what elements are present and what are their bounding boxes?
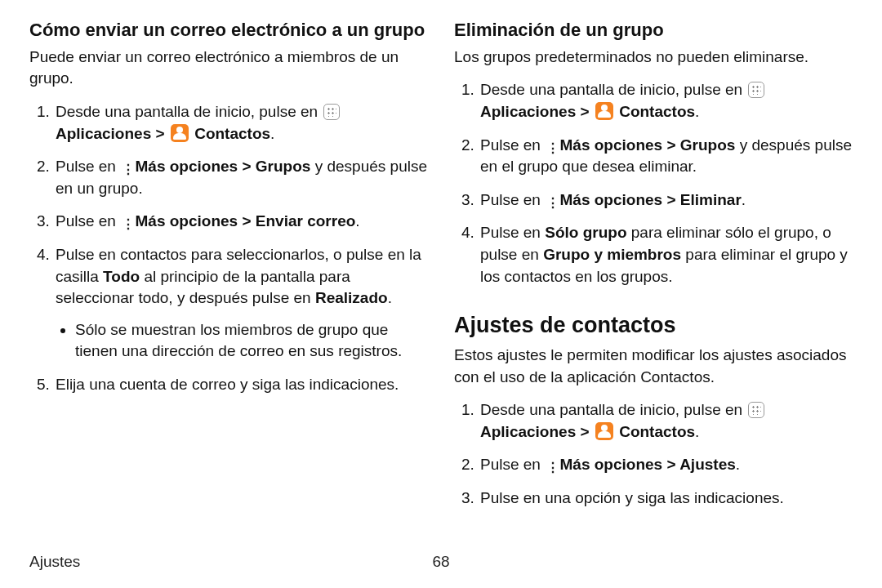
more-options-label: Más opciones xyxy=(560,191,663,208)
step-text: Desde una pantalla de inicio, pulse en xyxy=(56,103,322,120)
intro-email-group: Puede enviar un correo electrónico a mie… xyxy=(29,47,428,90)
more-options-icon xyxy=(546,146,553,149)
step-dot: . xyxy=(355,212,359,229)
send-email-label: Enviar correo xyxy=(256,212,356,229)
page-number: 68 xyxy=(432,551,449,573)
apps-icon xyxy=(748,82,764,98)
steps-contacts-settings: Desde una pantalla de inicio, pulse en A… xyxy=(454,399,853,509)
contacts-label: Contactos xyxy=(194,125,270,142)
apps-icon xyxy=(748,402,764,418)
chevron-right-text: > xyxy=(242,212,255,229)
only-group-label: Sólo grupo xyxy=(545,224,626,241)
chevron-right-text: > xyxy=(156,125,169,142)
contacts-label: Contactos xyxy=(619,423,695,440)
heading-email-group: Cómo enviar un correo electrónico a un g… xyxy=(29,18,428,43)
apps-icon xyxy=(323,104,340,120)
step-dot: . xyxy=(736,456,740,473)
more-options-icon xyxy=(122,222,128,225)
step-text: Pulse en xyxy=(480,456,545,473)
step-text: Pulse en xyxy=(480,191,545,208)
more-options-icon xyxy=(546,201,553,204)
footer-section-label: Ajustes xyxy=(29,551,80,573)
done-label: Realizado xyxy=(315,289,388,306)
group-and-members-label: Grupo y miembros xyxy=(543,246,681,263)
manual-page: Cómo enviar un correo electrónico a un g… xyxy=(0,0,882,588)
heading-delete-group: Eliminación de un grupo xyxy=(454,18,853,43)
page-footer: Ajustes 68 xyxy=(29,551,853,573)
apps-label: Aplicaciones xyxy=(56,125,151,142)
step-dot: . xyxy=(388,289,392,306)
chevron-right-text: > xyxy=(666,456,679,473)
step-text: Pulse en xyxy=(56,212,120,229)
step-dot: . xyxy=(270,125,274,142)
step-item: Elija una cuenta de correo y siga las in… xyxy=(54,374,428,396)
step-item: Pulse en Más opciones > Grupos y después… xyxy=(54,156,428,199)
intro-delete-group: Los grupos predeterminados no pueden eli… xyxy=(454,47,853,69)
two-column-layout: Cómo enviar un correo electrónico a un g… xyxy=(29,18,853,510)
step-item: Desde una pantalla de inicio, pulse en A… xyxy=(479,399,853,443)
left-column: Cómo enviar un correo electrónico a un g… xyxy=(29,18,428,510)
substep-item: Sólo se muestran los miembros de grupo q… xyxy=(75,319,428,363)
step-item: Pulse en Sólo grupo para eliminar sólo e… xyxy=(479,222,853,287)
chevron-right-text: > xyxy=(581,423,594,440)
more-options-label: Más opciones xyxy=(136,212,238,229)
contacts-icon xyxy=(595,102,613,120)
chevron-right-text: > xyxy=(242,158,255,175)
step-item: Desde una pantalla de inicio, pulse en A… xyxy=(54,101,428,145)
settings-label: Ajustes xyxy=(679,456,736,473)
steps-email-group: Desde una pantalla de inicio, pulse en A… xyxy=(29,101,428,396)
step-item: Pulse en Más opciones > Eliminar. xyxy=(479,189,853,212)
delete-label: Eliminar xyxy=(680,191,742,208)
apps-label: Aplicaciones xyxy=(480,103,576,120)
groups-label: Grupos xyxy=(256,158,311,175)
step-item: Pulse en Más opciones > Ajustes. xyxy=(479,454,853,476)
chevron-right-text: > xyxy=(666,136,679,154)
step-item: Pulse en contactos para seleccionarlos, … xyxy=(54,244,428,363)
step-dot: . xyxy=(742,191,746,208)
more-options-label: Más opciones xyxy=(136,158,238,175)
more-options-label: Más opciones xyxy=(560,136,663,154)
step-item: Pulse en una opción y siga las indicacio… xyxy=(479,488,853,510)
right-column: Eliminación de un grupo Los grupos prede… xyxy=(454,18,853,510)
step-dot: . xyxy=(695,423,699,440)
more-options-label: Más opciones xyxy=(560,456,663,473)
apps-label: Aplicaciones xyxy=(480,423,576,440)
step-text: Pulse en xyxy=(480,224,545,241)
heading-contacts-settings: Ajustes de contactos xyxy=(454,310,853,341)
step-text: Desde una pantalla de inicio, pulse en xyxy=(480,81,746,98)
step-item: Pulse en Más opciones > Grupos y después… xyxy=(479,135,853,178)
step-item: Desde una pantalla de inicio, pulse en A… xyxy=(479,79,853,122)
more-options-icon xyxy=(546,466,553,469)
chevron-right-text: > xyxy=(666,191,679,208)
step-item: Pulse en Más opciones > Enviar correo. xyxy=(54,211,428,233)
step-text: Pulse en xyxy=(56,158,120,175)
intro-contacts-settings: Estos ajustes le permiten modificar los … xyxy=(454,345,853,388)
more-options-icon xyxy=(122,167,128,171)
contacts-icon xyxy=(171,124,189,142)
all-label: Todo xyxy=(103,268,140,285)
step-text: Desde una pantalla de inicio, pulse en xyxy=(480,401,746,418)
contacts-icon xyxy=(595,422,613,440)
step-dot: . xyxy=(695,103,699,120)
groups-label: Grupos xyxy=(680,136,736,154)
step-text: Pulse en xyxy=(480,136,545,154)
chevron-right-text: > xyxy=(581,103,594,120)
steps-delete-group: Desde una pantalla de inicio, pulse en A… xyxy=(454,79,853,287)
substeps: Sólo se muestran los miembros de grupo q… xyxy=(56,319,428,363)
contacts-label: Contactos xyxy=(619,103,695,120)
